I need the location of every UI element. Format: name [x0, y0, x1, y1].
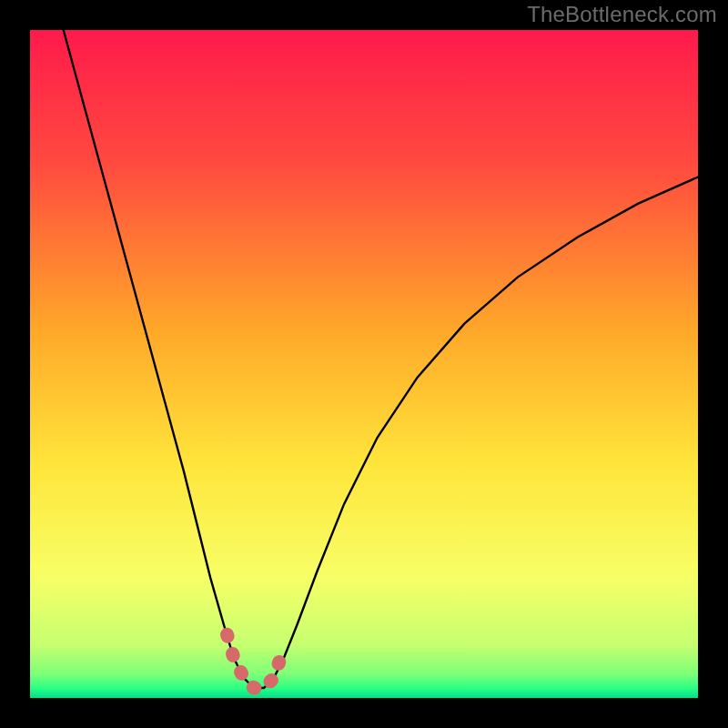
chart-container: TheBottleneck.com [0, 0, 728, 728]
plot-background [30, 30, 698, 698]
attribution-label: TheBottleneck.com [527, 2, 717, 27]
bottleneck-chart [30, 30, 698, 698]
